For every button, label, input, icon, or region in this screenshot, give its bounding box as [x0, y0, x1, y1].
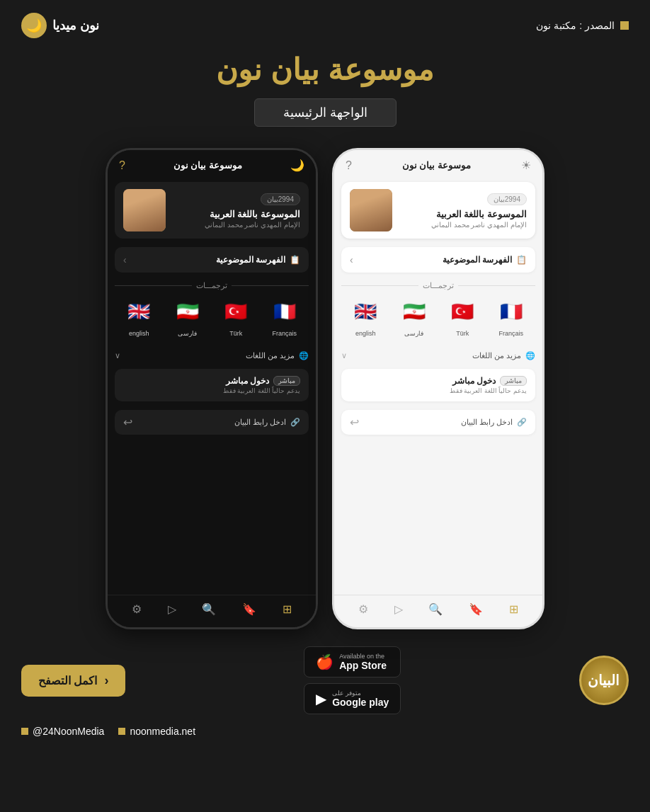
light-nav-settings[interactable]: ⚙: [358, 602, 368, 616]
dark-profile-badge: 2994بيان: [261, 193, 300, 205]
light-input-label: 🔗 ادخل رابط البيان: [461, 418, 527, 427]
light-sun-icon: ☀: [521, 159, 531, 172]
dark-link-icon: 🔗: [290, 418, 300, 427]
google-play-button[interactable]: ▶ متوفر على Google play: [304, 683, 401, 714]
top-bar: المصدر : مكتبة نون نون ميديا 🌙: [0, 0, 650, 45]
app-store-button[interactable]: 🍎 Available on the App Store: [304, 646, 401, 677]
light-tr-label: Türk: [456, 330, 469, 337]
dark-tr-flag-icon: 🇹🇷: [220, 296, 251, 327]
light-globe-icon: 🌐: [525, 351, 535, 360]
dark-more-langs-arrow: ∨: [115, 351, 120, 360]
dark-fa-label: فارسی: [178, 330, 197, 337]
light-profile-subtitle: الإمام المهدي ناصر محمد اليماني: [399, 221, 527, 229]
app-store-big: App Store: [339, 660, 387, 671]
brand-icon: 🌙: [21, 13, 47, 38]
dark-nav-play[interactable]: ▷: [168, 602, 176, 616]
light-en-label: english: [355, 330, 376, 337]
phones-container: 🌙 موسوعة بيان نون ? 2994بيان الموسوعة با…: [0, 148, 650, 629]
brand-logo: نون ميديا 🌙: [21, 13, 99, 38]
dark-nav-search[interactable]: 🔍: [202, 602, 216, 616]
dark-nav-bookmark[interactable]: 🔖: [242, 602, 256, 616]
light-input-back-icon: ↩: [350, 416, 359, 429]
google-play-text: متوفر على Google play: [332, 690, 389, 708]
google-play-small: متوفر على: [332, 690, 389, 697]
dark-nav-settings[interactable]: ⚙: [132, 602, 142, 616]
app-store-small: Available on the: [339, 653, 387, 660]
website-square-icon: [118, 728, 125, 735]
light-flag-fr[interactable]: 🇫🇷 Français: [496, 296, 527, 337]
brand-name: نون ميديا: [52, 18, 99, 33]
dark-avatar-face: [123, 189, 166, 231]
light-spacer: [334, 439, 542, 595]
light-input-row[interactable]: 🔗 ادخل رابط البيان ↩: [341, 410, 535, 435]
bayan-logo-text: البيان: [588, 672, 620, 689]
light-flag-fa[interactable]: 🇮🇷 فارسی: [399, 296, 430, 337]
light-index-row[interactable]: 📋 الفهرسة الموضوعية ›: [341, 247, 535, 273]
handle-square-icon: [21, 728, 28, 735]
light-profile-badge: 2994بيان: [487, 193, 527, 205]
light-flags-row: 🇫🇷 Français 🇹🇷 Türk 🇮🇷 فارسی 🇬🇧 english: [341, 296, 535, 337]
dark-index-icon: 📋: [290, 255, 300, 265]
light-trans-title: ترجمـــات: [341, 281, 535, 290]
dark-tr-label: Türk: [229, 330, 242, 337]
dark-flags-row: 🇫🇷 Français 🇹🇷 Türk 🇮🇷 فارسی 🇬🇧 english: [115, 296, 309, 337]
dark-nav-grid[interactable]: ⊞: [283, 602, 292, 616]
light-flag-en[interactable]: 🇬🇧 english: [350, 296, 381, 337]
browse-text: اكمل التصفح: [38, 674, 97, 687]
source-text: المصدر : مكتبة نون: [536, 20, 615, 31]
light-direct-access: مباشر دخول مباشر يدعم حالياً اللغة العرب…: [341, 369, 535, 401]
light-more-langs-label: 🌐 مزيد من اللغات: [472, 351, 535, 360]
dark-flag-fa[interactable]: 🇮🇷 فارسی: [172, 296, 203, 337]
social-website: noonmedia.net: [118, 726, 195, 737]
dark-direct-sub: يدعم حالياً اللغة العربية فقط: [123, 387, 300, 394]
dark-input-label: 🔗 ادخل رابط البيان: [234, 418, 300, 427]
light-phone: ☀ موسوعة بيان نون ? 2994بيان الموسوعة با…: [332, 148, 544, 629]
apple-icon: 🍎: [316, 653, 333, 670]
dark-more-langs[interactable]: 🌐 مزيد من اللغات ∨: [108, 347, 316, 365]
social-handle-text: @24NoonMedia: [33, 726, 104, 737]
social-website-text: noonmedia.net: [130, 726, 195, 737]
dark-globe-icon: 🌐: [299, 351, 309, 360]
light-direct-title: مباشر دخول مباشر: [350, 376, 527, 386]
light-nav-grid[interactable]: ⊞: [509, 602, 518, 616]
light-index-icon: 📋: [516, 255, 527, 265]
footer-area: ‹ اكمل التصفح 🍎 Available on the App Sto…: [0, 629, 650, 726]
light-fa-flag-icon: 🇮🇷: [399, 296, 430, 327]
browse-arrow-icon: ‹: [104, 673, 108, 688]
dark-bottom-nav: ⚙ ▷ 🔍 🔖 ⊞: [108, 595, 316, 627]
light-nav-bookmark[interactable]: 🔖: [469, 602, 483, 616]
main-title: موسوعة بيان نون: [0, 52, 650, 87]
light-flag-tr[interactable]: 🇹🇷 Türk: [447, 296, 478, 337]
light-more-langs[interactable]: 🌐 مزيد من اللغات ∨: [334, 347, 542, 365]
light-nav-play[interactable]: ▷: [394, 602, 403, 616]
dark-moon-icon: 🌙: [290, 159, 304, 172]
light-nav-search[interactable]: 🔍: [428, 602, 443, 616]
dark-fa-flag-icon: 🇮🇷: [172, 296, 203, 327]
browse-button[interactable]: ‹ اكمل التصفح: [21, 665, 125, 697]
light-link-icon: 🔗: [517, 418, 527, 427]
dark-flag-en[interactable]: 🇬🇧 english: [123, 296, 154, 337]
light-help-icon: ?: [346, 159, 352, 172]
dark-flag-fr[interactable]: 🇫🇷 Français: [269, 296, 300, 337]
dark-index-row[interactable]: 📋 الفهرسة الموضوعية ›: [115, 247, 309, 273]
light-fr-flag-icon: 🇫🇷: [496, 296, 527, 327]
light-direct-sub: يدعم حالياً اللغة العربية فقط: [350, 387, 527, 394]
light-bottom-nav: ⚙ ▷ 🔍 🔖 ⊞: [334, 595, 542, 627]
android-icon: ▶: [316, 690, 326, 707]
light-phone-title: موسوعة بيان نون: [402, 160, 471, 171]
dark-direct-access: مباشر دخول مباشر يدعم حالياً اللغة العرب…: [115, 369, 309, 401]
dark-input-row[interactable]: 🔗 ادخل رابط البيان ↩: [115, 410, 309, 435]
light-profile-title: الموسوعة باللغة العربية: [399, 208, 527, 221]
light-direct-badge: مباشر: [500, 376, 527, 386]
light-more-langs-arrow: ∨: [341, 351, 347, 360]
source-square-icon: [620, 21, 629, 30]
app-store-text: Available on the App Store: [339, 653, 387, 671]
bottom-text: @24NoonMedia noonmedia.net: [0, 726, 650, 751]
light-fr-label: Français: [499, 330, 524, 337]
dark-avatar: [123, 189, 166, 231]
light-phone-header: ☀ موسوعة بيان نون ?: [334, 150, 542, 178]
dark-flag-tr[interactable]: 🇹🇷 Türk: [220, 296, 251, 337]
dark-phone-header: 🌙 موسوعة بيان نون ?: [108, 150, 316, 178]
source-label: المصدر : مكتبة نون: [536, 20, 629, 31]
dark-more-langs-label: 🌐 مزيد من اللغات: [246, 351, 309, 360]
